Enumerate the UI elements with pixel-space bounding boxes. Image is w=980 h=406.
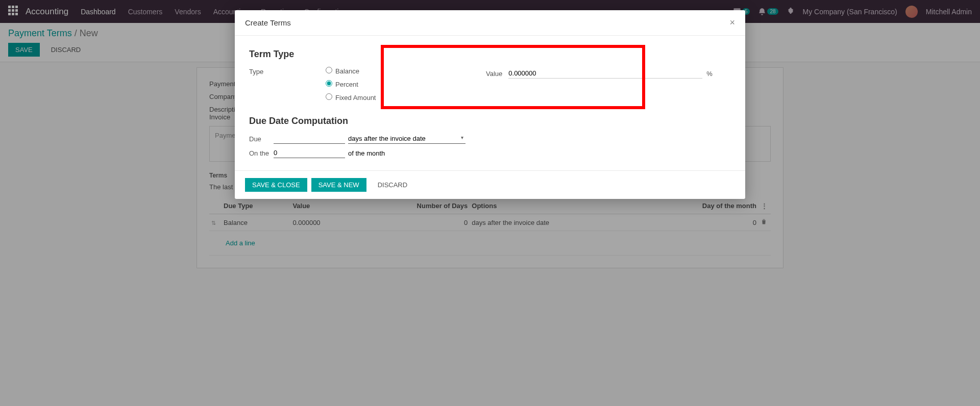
close-icon[interactable]: × [729,17,735,28]
due-days-input[interactable] [274,134,345,144]
on-the-input[interactable] [274,148,345,158]
modal-title: Create Terms [245,18,291,27]
radio-percent[interactable]: Percent [326,80,376,88]
type-radios: Balance Percent Fixed Amount [326,67,376,107]
label-type: Type [249,67,326,75]
section-due-date: Due Date Computation [249,116,731,126]
create-terms-modal: Create Terms × Term Type Type Balance Pe… [235,10,745,199]
save-close-button[interactable]: SAVE & CLOSE [245,178,307,192]
radio-fixed[interactable]: Fixed Amount [326,93,376,102]
on-the-suffix: of the month [348,149,385,157]
due-option-select[interactable]: days after the invoice date [348,134,465,144]
label-on-the: On the [249,149,271,157]
value-suffix: % [706,70,713,78]
label-value: Value [486,70,502,78]
label-due: Due [249,135,271,143]
radio-balance[interactable]: Balance [326,67,376,75]
value-input[interactable] [508,68,702,79]
section-term-type: Term Type [249,49,479,60]
value-field-group: Value % [486,68,731,79]
modal-discard-button[interactable]: DISCARD [371,178,415,192]
save-new-button[interactable]: SAVE & NEW [311,178,366,192]
